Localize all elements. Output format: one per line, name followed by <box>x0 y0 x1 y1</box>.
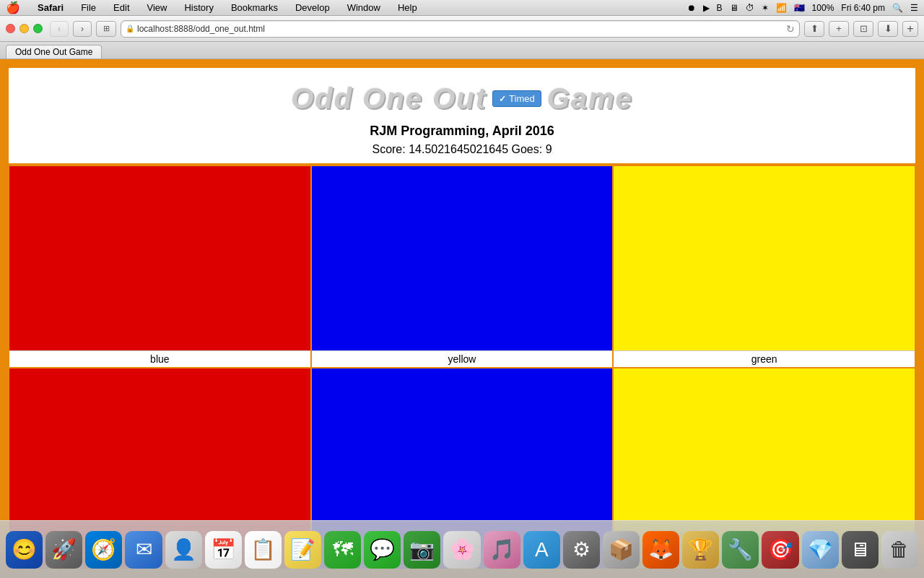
search-icon[interactable]: 🔍 <box>892 3 903 13</box>
time-machine-icon: ⏱ <box>746 3 754 13</box>
dock-contacts[interactable]: 👤 <box>165 531 202 569</box>
dock-trash[interactable]: 🗑 <box>881 531 918 569</box>
title-wrapper: Odd One Out ✓ Timed Game <box>23 82 901 115</box>
back-button[interactable]: ‹ <box>50 21 69 37</box>
color-label-2: yellow <box>312 350 613 367</box>
game-container: Odd One Out ✓ Timed Game RJM Programming… <box>9 68 915 569</box>
traffic-lights <box>6 24 43 33</box>
active-tab[interactable]: Odd One Out Game <box>6 45 102 59</box>
color-cell-1[interactable]: blue <box>9 165 311 368</box>
menu-history[interactable]: History <box>181 1 216 14</box>
dock-icon-19[interactable]: 🔧 <box>722 531 759 569</box>
tab-bar: Odd One Out Game <box>0 42 924 59</box>
color-cell-3[interactable]: green <box>613 165 915 368</box>
dock-icon-21[interactable]: 💎 <box>802 531 839 569</box>
dock-maps[interactable]: 🗺 <box>324 531 361 569</box>
menu-edit[interactable]: Edit <box>110 1 132 14</box>
menu-help[interactable]: Help <box>395 1 420 14</box>
battery-label: 100% <box>812 3 834 13</box>
dock-reminders[interactable]: 📋 <box>245 531 282 569</box>
dock-mail[interactable]: ✉ <box>125 531 162 569</box>
color-label-3: green <box>614 350 915 367</box>
minimize-button[interactable] <box>19 24 29 33</box>
add-bookmark-button[interactable]: + <box>829 21 849 37</box>
apple-menu[interactable]: 🍎 <box>6 1 20 14</box>
dock-itunes[interactable]: 🎵 <box>484 531 520 569</box>
download-button[interactable]: ⬇ <box>878 21 898 37</box>
game-title-2: Game <box>547 82 633 115</box>
dock-finder[interactable]: 😊 <box>6 531 43 569</box>
dock-safari[interactable]: 🧭 <box>85 531 122 569</box>
dock-icon-16[interactable]: 📦 <box>603 531 640 569</box>
display-icon: 🖥 <box>730 3 738 13</box>
dock-system-prefs[interactable]: ⚙ <box>563 531 600 569</box>
menu-window[interactable]: Window <box>344 1 383 14</box>
dock-calendar[interactable]: 📅 <box>205 531 242 569</box>
dock-icon-17[interactable]: 🦊 <box>642 531 679 569</box>
menu-develop[interactable]: Develop <box>292 1 333 14</box>
bluetooth-icon: ✶ <box>762 3 769 13</box>
menu-safari[interactable]: Safari <box>35 1 66 14</box>
color-block-1 <box>9 166 310 350</box>
sidebar-toggle-button[interactable]: ⊡ <box>853 21 873 37</box>
menu-bookmarks[interactable]: Bookmarks <box>228 1 281 14</box>
timed-checkbox[interactable]: ✓ Timed <box>492 90 541 107</box>
reload-button[interactable]: ↻ <box>786 23 795 35</box>
flag-icon: 🇦🇺 <box>794 3 805 13</box>
forward-button[interactable]: › <box>73 21 92 37</box>
score-line: Score: 14.5021645021645 Goes: 9 <box>23 143 901 156</box>
color-cell-2[interactable]: yellow <box>311 165 614 368</box>
menu-file[interactable]: File <box>78 1 99 14</box>
menu-view[interactable]: View <box>144 1 170 14</box>
airplay-icon: ▶ <box>703 3 710 13</box>
clock: Fri 6:40 pm <box>841 3 885 13</box>
dock-launchpad[interactable]: 🚀 <box>45 531 82 569</box>
menu-bar: 🍎 Safari File Edit View History Bookmark… <box>0 0 924 16</box>
dock-appstore[interactable]: A <box>523 531 560 569</box>
dock-icon-20[interactable]: 🎯 <box>762 531 798 569</box>
url-bar[interactable]: 🔒 localhost:8888/odd_one_out.html ↻ <box>121 20 800 38</box>
browser-icon: B <box>717 3 723 13</box>
dock: 😊 🚀 🧭 ✉ 👤 📅 📋 📝 🗺 💬 📷 🌸 🎵 A ⚙ 📦 🦊 🏆 🔧 🎯 … <box>0 520 924 578</box>
color-block-3 <box>614 166 915 350</box>
new-tab-button[interactable]: + <box>902 21 918 37</box>
menu-bar-right: ⏺ ▶ B 🖥 ⏱ ✶ 📶 🇦🇺 100% Fri 6:40 pm 🔍 ☰ <box>687 3 918 13</box>
lock-icon: 🔒 <box>126 25 134 33</box>
dock-icon-18[interactable]: 🏆 <box>682 531 719 569</box>
dock-notes[interactable]: 📝 <box>284 531 321 569</box>
list-icon[interactable]: ☰ <box>910 3 918 13</box>
dock-messages[interactable]: 💬 <box>364 531 401 569</box>
url-text: localhost:8888/odd_one_out.html <box>137 24 783 34</box>
reader-view-button[interactable]: ⊞ <box>96 21 116 37</box>
color-block-2 <box>312 166 613 350</box>
record-icon: ⏺ <box>687 3 696 13</box>
close-button[interactable] <box>6 24 15 33</box>
game-title: Odd One Out <box>291 82 487 115</box>
title-area: Odd One Out ✓ Timed Game RJM Programming… <box>9 68 915 163</box>
subtitle: RJM Programming, April 2016 <box>23 124 901 139</box>
game-grid: blue yellow green <box>9 163 915 569</box>
browser-chrome: ‹ › ⊞ 🔒 localhost:8888/odd_one_out.html … <box>0 16 924 42</box>
dock-facetime[interactable]: 📷 <box>404 531 440 569</box>
checkmark-icon: ✓ <box>499 94 506 104</box>
fullscreen-button[interactable] <box>33 24 43 33</box>
wifi-icon: 📶 <box>776 3 787 13</box>
timed-label: Timed <box>509 93 535 104</box>
color-label-1: blue <box>9 350 310 367</box>
share-button[interactable]: ⬆ <box>804 21 824 37</box>
page-content: Odd One Out ✓ Timed Game RJM Programming… <box>0 59 924 578</box>
dock-icon-22[interactable]: 🖥 <box>842 531 879 569</box>
dock-photos[interactable]: 🌸 <box>443 531 480 569</box>
